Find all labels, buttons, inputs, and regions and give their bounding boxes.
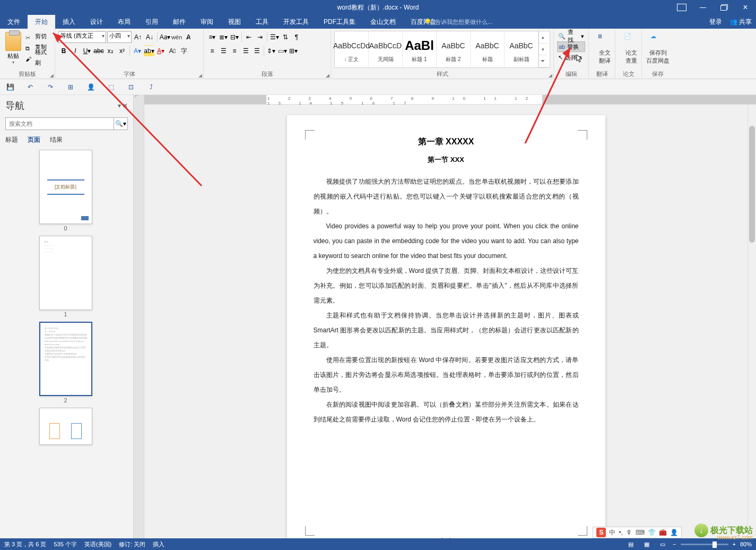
- page-thumbnails: [文档标题] 0 目录.............................…: [5, 150, 128, 526]
- print-view-icon[interactable]: ▦: [641, 539, 653, 549]
- tell-me-text: 告诉我您想要做什么...: [435, 18, 492, 26]
- zoom-in-button[interactable]: +: [733, 541, 736, 547]
- ime-toolbar[interactable]: S 中 •, 🎙 ⌨ 👕 🧰 👤: [593, 527, 682, 538]
- menu-tab-工具[interactable]: 工具: [248, 15, 276, 29]
- ime-user-icon[interactable]: 👤: [670, 529, 678, 536]
- align-center-button[interactable]: ☰: [218, 45, 229, 57]
- doc-para[interactable]: 使用在需要位置出现的新按钮在 Word 中保存时间。若要更改图片适应文档的方式，…: [314, 353, 579, 397]
- shading-button[interactable]: ▭▾: [277, 45, 288, 57]
- zoom-slider[interactable]: [681, 544, 728, 545]
- doc-para[interactable]: 在新的阅读视图中阅读更加容易。可以（折叠文档）某些部分并关注所需文本。如果在达到…: [314, 397, 579, 427]
- style-标题 2[interactable]: AaBbC标题 2: [437, 31, 471, 67]
- paragraph-group: ≡▾ ≣▾ ⊟▾ ⇤ ⇥ ☰▾ ⇅ ¶ ≡ ☰ ≡ ☰ ☰ ⇕▾ ▭▾ ⊞▾ 段…: [204, 29, 331, 79]
- vertical-scrollbar[interactable]: [748, 105, 756, 538]
- nav-title: 导航: [5, 99, 24, 112]
- paper-check-button[interactable]: 📄 论文 查重: [619, 31, 644, 65]
- paste-icon: [5, 32, 21, 51]
- annotation-arrow-1: [42, 27, 212, 196]
- menu-tab-金山文档[interactable]: 金山文档: [363, 15, 403, 29]
- title-bar: word教程（新）.docx - Word ×: [0, 0, 756, 15]
- style-↓ 正文[interactable]: AaBbCcDd↓ 正文: [335, 31, 369, 67]
- menu-tab-视图[interactable]: 视图: [221, 15, 248, 29]
- translate-label: 翻译: [589, 70, 615, 78]
- document-viewport[interactable]: 第一章 XXXXX 第一节 XXX 视频提供了功能强大的方法帮助您证明您的观点。…: [144, 105, 748, 538]
- translate-group: 🗎 全文 翻译 翻译: [589, 29, 615, 79]
- doc-para[interactable]: 主题和样式也有助于文档保持协调。当您单击设计并选择新的主题时，图片、图表或 Sm…: [314, 308, 579, 353]
- thumbnail-2[interactable]: 第一章 XXXXX第一节 XXX视频提供了功能强大的方法帮助您证明您的观点当您单…: [5, 322, 126, 403]
- increase-indent-button[interactable]: ⇥: [255, 31, 265, 43]
- translate-icon: 🗎: [597, 33, 612, 48]
- login-link[interactable]: 登录: [709, 18, 722, 27]
- tell-me[interactable]: 💡告诉我您想要做什么...: [424, 15, 492, 29]
- numbering-button[interactable]: ≣▾: [218, 31, 229, 43]
- paste-button[interactable]: 粘贴 ▾: [3, 31, 23, 65]
- zoom-out-button[interactable]: −: [673, 541, 676, 547]
- find-button[interactable]: 🔍查找 ▾: [557, 31, 585, 41]
- ime-skin-icon[interactable]: 👕: [648, 529, 656, 536]
- style-无间隔[interactable]: AaBbCcD无间隔: [369, 31, 403, 67]
- ime-punct-icon[interactable]: •,: [619, 529, 623, 536]
- justify-button[interactable]: ☰: [240, 45, 251, 57]
- sort-button[interactable]: ⇅: [280, 31, 291, 43]
- web-view-icon[interactable]: ▭: [657, 539, 668, 549]
- show-marks-button[interactable]: ¶: [291, 31, 302, 43]
- brush-icon: 🖌: [25, 54, 32, 61]
- doc-para[interactable]: Video provides a powerful way to help yo…: [314, 219, 579, 263]
- status-insert[interactable]: 插入: [153, 540, 164, 548]
- document-page[interactable]: 第一章 XXXXX 第一节 XXX 视频提供了功能强大的方法帮助您证明您的观点。…: [287, 115, 605, 538]
- nav-tab-页面[interactable]: 页面: [28, 135, 40, 144]
- watermark-icon: ↓: [694, 523, 708, 537]
- copy-icon: ⧉: [25, 43, 33, 50]
- thumbnail-1[interactable]: 目录......................................…: [5, 236, 126, 317]
- undo-icon[interactable]: ↶: [25, 82, 35, 92]
- save-group: ☁ 保存到 百度网盘 保存: [642, 29, 674, 79]
- ribbon-options-button[interactable]: [671, 0, 692, 15]
- menu-tab-开发工具[interactable]: 开发工具: [276, 15, 316, 29]
- status-lang[interactable]: 英语(美国): [84, 540, 111, 548]
- search-icon: 🔍: [558, 33, 566, 40]
- ime-lang[interactable]: 中: [609, 528, 615, 537]
- style-标题[interactable]: AaBbC标题: [471, 31, 505, 67]
- align-right-button[interactable]: ≡: [229, 45, 240, 57]
- read-view-icon[interactable]: ▤: [625, 539, 637, 549]
- paper-icon: 📄: [624, 33, 639, 48]
- paragraph-launcher[interactable]: ◢: [326, 73, 329, 78]
- horizontal-ruler[interactable]: 1 2 3 4 5 6 7 8 9 10 11 12 13 14 15 16 1…: [144, 95, 756, 105]
- status-track[interactable]: 修订: 关闭: [119, 540, 145, 548]
- minimize-button[interactable]: [692, 0, 714, 15]
- save-icon[interactable]: 💾: [5, 82, 15, 92]
- decrease-indent-button[interactable]: ⇤: [244, 31, 254, 43]
- zoom-level[interactable]: 80%: [740, 541, 752, 547]
- ime-keyboard-icon[interactable]: ⌨: [636, 529, 645, 536]
- distribute-button[interactable]: ☰: [251, 45, 262, 57]
- borders-button[interactable]: ⊞▾: [288, 45, 299, 57]
- save-baidu-button[interactable]: ☁ 保存到 百度网盘: [645, 31, 671, 65]
- paper-group: 📄 论文 查重 论文: [615, 29, 642, 79]
- styles-scroll-up[interactable]: ▴: [539, 31, 547, 44]
- multilevel-button[interactable]: ⊟▾: [229, 31, 240, 43]
- close-button[interactable]: ×: [735, 0, 756, 15]
- translate-button[interactable]: 🗎 全文 翻译: [592, 31, 618, 65]
- mouse-cursor-icon: [576, 54, 584, 64]
- menu-tab-文件[interactable]: 文件: [0, 15, 28, 29]
- share-button[interactable]: 👥 共享: [729, 18, 752, 27]
- doc-heading2[interactable]: 第一节 XXX: [314, 155, 579, 165]
- site-watermark: ↓ 极光下载站 www.xz7.com: [694, 523, 753, 537]
- restore-button[interactable]: [714, 0, 735, 15]
- thumbnail-3[interactable]: [5, 408, 126, 445]
- text-direction-button[interactable]: ☰▾: [269, 31, 280, 43]
- style-标题 1[interactable]: AaBl标题 1: [403, 31, 437, 67]
- doc-para[interactable]: 为使您的文档具有专业外观，Word 提供了页眉、页脚、封面和文本框设计，这些设计…: [314, 263, 579, 308]
- ime-mic-icon[interactable]: 🎙: [626, 529, 632, 536]
- nav-tab-标题[interactable]: 标题: [5, 135, 18, 144]
- window-title: word教程（新）.docx - Word: [337, 3, 419, 12]
- ime-toolbox-icon[interactable]: 🧰: [659, 529, 667, 536]
- status-words[interactable]: 535 个字: [54, 540, 76, 548]
- doc-para[interactable]: 视频提供了功能强大的方法帮助您证明您的观点。当您单击联机视频时，可以在想要添加的…: [314, 174, 579, 219]
- line-spacing-button[interactable]: ⇕▾: [266, 45, 276, 57]
- cloud-icon: ☁: [650, 33, 665, 48]
- paper-label: 论文: [615, 70, 641, 78]
- save-label: 保存: [642, 70, 674, 78]
- menu-tab-PDF工具集[interactable]: PDF工具集: [316, 15, 363, 29]
- status-page[interactable]: 第 3 页，共 6 页: [4, 540, 46, 548]
